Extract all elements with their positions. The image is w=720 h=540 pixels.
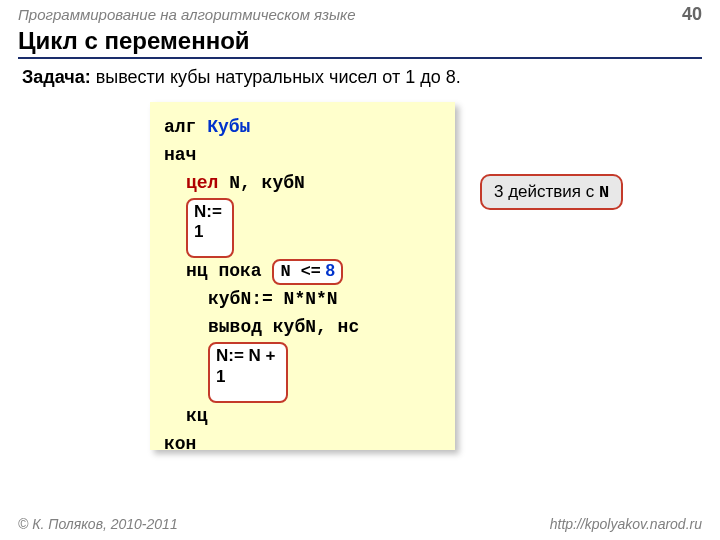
decl-vars: N, кубN [218, 173, 304, 193]
code-box: алг Кубы нач цел N, кубN N:=1 нц пока N … [150, 102, 455, 450]
highlight-step: N:= N + 1 [208, 342, 288, 403]
step-b: 1 [216, 367, 225, 386]
code-line-8: N:= N + 1 [164, 342, 441, 403]
step-a: N:= N + [216, 346, 276, 365]
kw-cel: цел [186, 173, 218, 193]
code-line-7: вывод кубN, нс [164, 314, 441, 342]
task-line: Задача: вывести кубы натуральных чисел о… [22, 67, 698, 88]
cond-num: 8 [321, 261, 335, 280]
code-line-6: кубN:= N*N*N [164, 286, 441, 314]
cond-op: <= [301, 261, 321, 280]
code-line-1: алг Кубы [164, 114, 441, 142]
callout-box: 3 действия с N [480, 174, 623, 210]
highlight-init: N:=1 [186, 198, 234, 259]
content-stage: алг Кубы нач цел N, кубN N:=1 нц пока N … [0, 88, 720, 468]
kw-while: нц пока [186, 261, 272, 281]
code-line-2: нач [164, 142, 441, 170]
footer: © К. Поляков, 2010-2011 http://kpolyakov… [0, 516, 720, 532]
alg-name: Кубы [207, 117, 250, 137]
init-b: 1 [194, 222, 203, 241]
page-title: Цикл с переменной [18, 27, 702, 55]
callout-text: 3 действия с [494, 182, 599, 201]
code-line-3: цел N, кубN [164, 170, 441, 198]
footer-url: http://kpolyakov.narod.ru [550, 516, 702, 532]
task-text: вывести кубы натуральных чисел от 1 до 8… [91, 67, 461, 87]
header-bar: Программирование на алгоритмическом язык… [0, 0, 720, 25]
kw-alg: алг [164, 117, 207, 137]
highlight-cond: N <= 8 [272, 259, 342, 284]
code-line-5: нц пока N <= 8 [164, 258, 441, 286]
page-number: 40 [682, 4, 702, 25]
callout-var: N [599, 183, 609, 202]
init-a: N:= [194, 202, 222, 221]
code-line-4: N:=1 [164, 198, 441, 259]
code-line-9: кц [164, 403, 441, 431]
course-name: Программирование на алгоритмическом язык… [18, 6, 356, 23]
title-row: Цикл с переменной [18, 27, 702, 59]
cond-var: N [280, 262, 300, 281]
code-line-10: кон [164, 431, 441, 459]
task-label: Задача: [22, 67, 91, 87]
copyright: © К. Поляков, 2010-2011 [18, 516, 178, 532]
